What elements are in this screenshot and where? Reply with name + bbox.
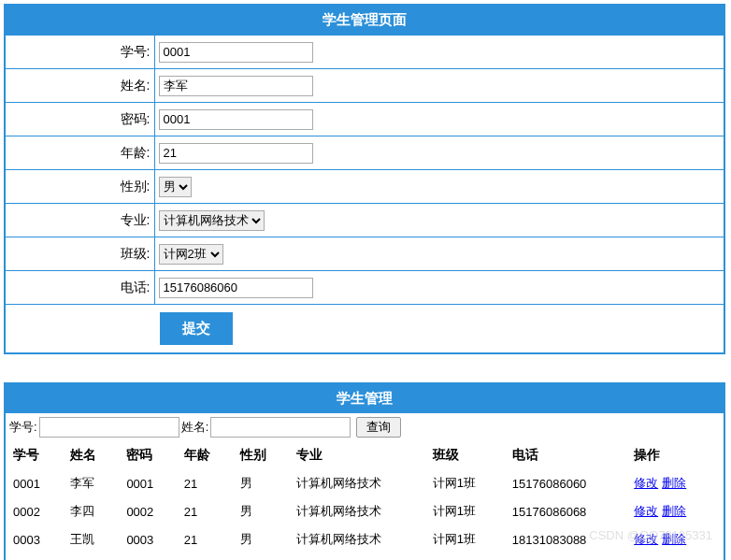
table-header-row: 学号 姓名 密码 年龄 性别 专业 班级 电话 操作	[6, 441, 724, 469]
delete-link[interactable]: 删除	[662, 476, 686, 490]
name-label: 姓名:	[5, 69, 154, 103]
cell-class: 计网1班	[425, 497, 505, 525]
cell-password: 0003	[119, 525, 176, 553]
search-id-input[interactable]	[39, 417, 179, 438]
col-gender: 性别	[233, 441, 289, 469]
col-id: 学号	[6, 441, 63, 469]
cell-id: 0001	[6, 469, 63, 497]
watermark: CSDN @QQ78125331	[589, 528, 712, 542]
student-form-table: 学生管理页面 学号: 姓名: 密码: 年龄: 性别: 男 专业: 计算机网络技术…	[4, 4, 725, 354]
cell-id: 0004	[6, 553, 63, 560]
cell-age: 21	[177, 553, 233, 560]
cell-major: 计算机网络技术	[289, 525, 425, 553]
col-password: 密码	[119, 441, 176, 469]
cell-password: 0001	[119, 469, 176, 497]
age-label: 年龄:	[5, 136, 154, 170]
id-label: 学号:	[5, 36, 154, 69]
cell-password: 0002	[119, 497, 176, 525]
name-input[interactable]	[159, 76, 313, 96]
table-row: 0004王菲000421女计算机网络技术计网1班15176086069修改删除	[6, 553, 724, 560]
id-input[interactable]	[159, 42, 313, 63]
table-row: 0002李四000221男计算机网络技术计网1班15176086068修改删除	[6, 497, 724, 525]
cell-name: 王菲	[63, 553, 119, 560]
cell-major: 计算机网络技术	[289, 497, 425, 525]
class-select[interactable]: 计网2班	[159, 244, 223, 265]
cell-age: 21	[177, 525, 233, 553]
cell-password: 0004	[119, 553, 176, 560]
search-name-label: 姓名:	[181, 419, 209, 436]
col-phone: 电话	[505, 441, 626, 469]
cell-action: 修改删除	[626, 553, 724, 560]
col-action: 操作	[626, 441, 724, 469]
major-select[interactable]: 计算机网络技术	[159, 210, 265, 231]
password-label: 密码:	[5, 103, 154, 136]
submit-button[interactable]: 提交	[160, 312, 233, 345]
cell-gender: 女	[233, 553, 289, 560]
col-age: 年龄	[177, 441, 233, 469]
phone-label: 电话:	[5, 271, 154, 305]
cell-action: 修改删除	[626, 497, 724, 525]
edit-link[interactable]: 修改	[634, 504, 658, 518]
cell-age: 21	[177, 469, 233, 497]
cell-gender: 男	[233, 469, 289, 497]
form-title: 学生管理页面	[5, 5, 724, 36]
cell-major: 计算机网络技术	[289, 469, 425, 497]
phone-input[interactable]	[159, 278, 313, 298]
cell-class: 计网1班	[425, 469, 505, 497]
search-name-input[interactable]	[210, 417, 351, 438]
cell-phone: 15176086068	[505, 497, 626, 525]
col-name: 姓名	[63, 441, 119, 469]
major-label: 专业:	[5, 204, 154, 237]
edit-link[interactable]: 修改	[634, 476, 658, 490]
cell-id: 0002	[6, 497, 63, 525]
cell-phone: 15176086060	[505, 469, 626, 497]
gender-label: 性别:	[5, 170, 154, 204]
cell-action: 修改删除	[626, 469, 724, 497]
password-input[interactable]	[159, 109, 313, 130]
search-bar: 学号: 姓名: 查询	[6, 413, 724, 441]
age-input[interactable]	[159, 143, 313, 164]
list-title: 学生管理	[6, 384, 724, 413]
table-row: 0001李军000121男计算机网络技术计网1班15176086060修改删除	[6, 469, 724, 497]
search-id-label: 学号:	[9, 419, 37, 436]
gender-select[interactable]: 男	[159, 177, 192, 197]
class-label: 班级:	[5, 237, 154, 271]
cell-name: 李四	[63, 497, 119, 525]
cell-phone: 15176086069	[505, 553, 626, 560]
col-class: 班级	[425, 441, 505, 469]
search-button[interactable]: 查询	[356, 417, 401, 438]
cell-class: 计网1班	[425, 553, 505, 560]
cell-gender: 男	[233, 525, 289, 553]
cell-name: 李军	[63, 469, 119, 497]
cell-gender: 男	[233, 497, 289, 525]
col-major: 专业	[289, 441, 425, 469]
delete-link[interactable]: 删除	[662, 504, 686, 518]
cell-name: 王凯	[63, 525, 119, 553]
cell-age: 21	[177, 497, 233, 525]
cell-major: 计算机网络技术	[289, 553, 425, 560]
cell-class: 计网1班	[425, 525, 505, 553]
cell-id: 0003	[6, 525, 63, 553]
